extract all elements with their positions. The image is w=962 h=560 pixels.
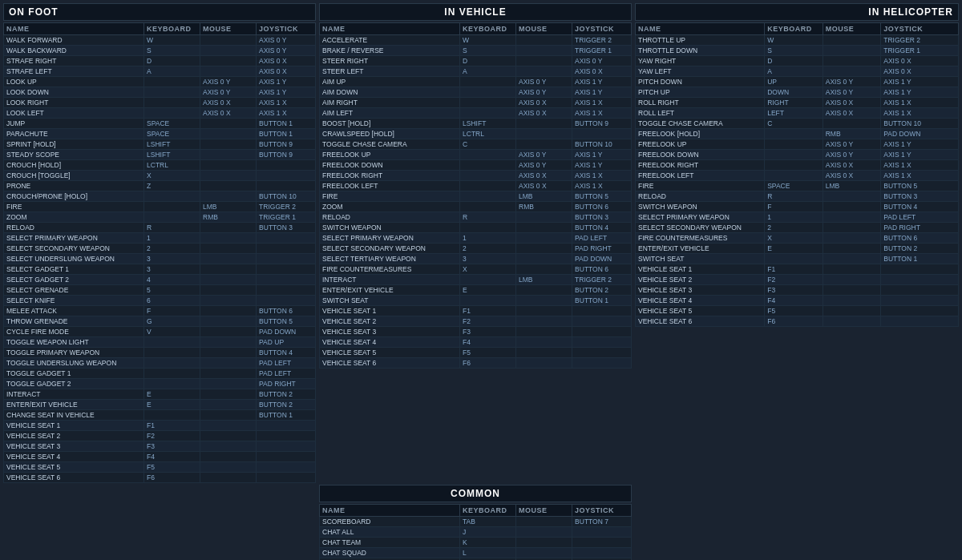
action-name-cell: PRONE: [4, 181, 144, 191]
value-cell: SPACE: [765, 181, 823, 191]
value-cell: [200, 191, 257, 202]
table-row: FREELOOK UPAXIS 0 YAXIS 1 Y: [320, 150, 632, 160]
action-name-cell: VEHICLE SEAT 5: [4, 462, 144, 473]
table-row: VEHICLE SEAT 4F4: [636, 296, 959, 306]
table-row: SELECT PRIMARY WEAPON1: [4, 233, 316, 244]
value-cell: F2: [144, 431, 200, 441]
action-name-cell: RELOAD: [636, 191, 765, 202]
value-cell: AXIS 0 X: [200, 98, 257, 108]
value-cell: F1: [765, 264, 823, 275]
action-name-cell: SELECT GRENADE: [4, 285, 144, 296]
table-row: CRAWLSPEED [HOLD]LCTRL: [320, 129, 632, 139]
value-cell: [881, 306, 959, 316]
table-row: FREELOOK LEFTAXIS 0 XAXIS 1 X: [320, 181, 632, 191]
action-name-cell: SWITCH WEAPON: [636, 202, 765, 212]
action-name-cell: LOOK UP: [4, 77, 144, 87]
action-name-cell: MELEE ATTACK: [4, 306, 144, 316]
action-name-cell: STEADY SCOPE: [4, 150, 144, 160]
value-cell: X: [765, 233, 823, 244]
value-cell: PAD RIGHT: [881, 223, 959, 233]
action-name-cell: VEHICLE SEAT 4: [4, 452, 144, 462]
table-row: PITCH UPDOWNAXIS 0 YAXIS 1 Y: [636, 87, 959, 98]
value-cell: [516, 66, 572, 77]
table-row: SELECT KNIFE6: [4, 296, 316, 306]
table-row: STEADY SCOPELSHIFTBUTTON 9: [4, 150, 316, 160]
value-cell: [200, 171, 257, 181]
value-cell: 3: [144, 264, 200, 275]
action-name-cell: SPRINT [HOLD]: [4, 139, 144, 150]
action-name-cell: VEHICLE SEAT 6: [4, 473, 144, 483]
table-row: ZOOMRMBTRIGGER 1: [4, 212, 316, 223]
value-cell: [144, 87, 200, 98]
value-cell: J: [460, 527, 516, 538]
table-row: TOGGLE PRIMARY WEAPONBUTTON 4: [4, 348, 316, 358]
table-row: ACCELERATEWTRIGGER 2: [320, 35, 632, 46]
value-cell: [765, 171, 823, 181]
value-cell: X: [144, 171, 200, 181]
value-cell: TRIGGER 2: [881, 35, 959, 46]
table-row: FIRELMBBUTTON 5: [320, 191, 632, 202]
value-cell: S: [765, 46, 823, 56]
action-name-cell: FREELOOK [HOLD]: [636, 129, 765, 139]
action-name-cell: SWITCH SEAT: [636, 254, 765, 264]
action-name-cell: VEHICLE SEAT 2: [636, 275, 765, 285]
value-cell: [516, 316, 572, 327]
value-cell: BUTTON 3: [881, 191, 959, 202]
value-cell: [881, 296, 959, 306]
action-name-cell: VEHICLE SEAT 3: [636, 285, 765, 296]
action-name-cell: STEER RIGHT: [320, 56, 460, 66]
table-row: CROUCH [TOGGLE]X: [4, 171, 316, 181]
value-cell: [144, 369, 200, 379]
on-foot-header-name: NAME: [4, 23, 144, 35]
value-cell: E: [144, 400, 200, 410]
value-cell: [516, 517, 572, 527]
value-cell: 1: [765, 212, 823, 223]
table-row: STEER LEFTAAXIS 0 X: [320, 66, 632, 77]
value-cell: [257, 285, 316, 296]
value-cell: [257, 452, 316, 462]
value-cell: [572, 129, 632, 139]
value-cell: 3: [460, 254, 516, 264]
value-cell: [257, 160, 316, 171]
value-cell: [460, 191, 516, 202]
value-cell: AXIS 0 Y: [516, 87, 572, 98]
table-row: CHAT ALLJ: [320, 527, 632, 538]
table-row: SELECT GADGET 24: [4, 275, 316, 285]
table-row: SELECT SECONDARY WEAPON2PAD RIGHT: [320, 244, 632, 254]
in-helicopter-header-name: NAME: [636, 23, 765, 35]
action-name-cell: SWITCH SEAT: [320, 296, 460, 306]
action-name-cell: ROLL LEFT: [636, 108, 765, 119]
action-name-cell: FREELOOK LEFT: [636, 171, 765, 181]
value-cell: AXIS 0 Y: [200, 87, 257, 98]
table-row: STRAFE LEFTAAXIS 0 X: [4, 66, 316, 77]
value-cell: AXIS 1 X: [572, 98, 632, 108]
action-name-cell: VEHICLE SEAT 6: [636, 316, 765, 327]
value-cell: BUTTON 2: [257, 400, 316, 410]
table-row: THROW GRENADEGBUTTON 5: [4, 316, 316, 327]
value-cell: [516, 285, 572, 296]
table-row: THROTTLE DOWNSTRIGGER 1: [636, 46, 959, 56]
value-cell: [823, 56, 881, 66]
value-cell: BUTTON 2: [572, 285, 632, 296]
value-cell: [823, 316, 881, 327]
value-cell: F6: [765, 316, 823, 327]
value-cell: [516, 254, 572, 264]
action-name-cell: VEHICLE SEAT 2: [4, 431, 144, 441]
table-row: LOOK DOWNAXIS 0 YAXIS 1 Y: [4, 87, 316, 98]
value-cell: [881, 264, 959, 275]
value-cell: [516, 296, 572, 306]
value-cell: [823, 296, 881, 306]
table-row: RELOADRBUTTON 3: [4, 223, 316, 233]
in-helicopter-header-keyboard: KEYBOARD: [765, 23, 823, 35]
table-row: FREELOOK UPAXIS 0 YAXIS 1 Y: [636, 139, 959, 150]
table-row: VEHICLE SEAT 2F2: [4, 431, 316, 441]
action-name-cell: FREELOOK RIGHT: [636, 160, 765, 171]
value-cell: AXIS 0 X: [516, 181, 572, 191]
action-name-cell: AIM LEFT: [320, 108, 460, 119]
value-cell: PAD LEFT: [881, 212, 959, 223]
value-cell: S: [144, 46, 200, 56]
table-row: YAW RIGHTDAXIS 0 X: [636, 56, 959, 66]
value-cell: [460, 171, 516, 181]
action-name-cell: CHAT SQUAD: [320, 548, 460, 558]
value-cell: BUTTON 10: [257, 191, 316, 202]
